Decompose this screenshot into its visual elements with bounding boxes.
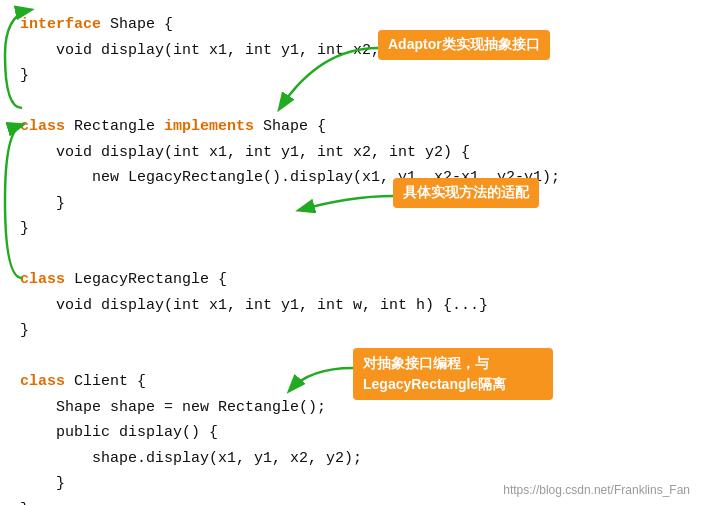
- code-line-15: shape.display(x1, y1, x2, y2);: [20, 446, 686, 472]
- code-text: Shape shape = new Rectangle();: [20, 399, 326, 416]
- code-text: void display(int x1, int y1, int w, int …: [20, 297, 488, 314]
- code-area: interface Shape { void display(int x1, i…: [0, 0, 706, 505]
- code-text: }: [20, 501, 29, 506]
- code-line-1: interface Shape {: [20, 12, 686, 38]
- code-line-5: void display(int x1, int y1, int x2, int…: [20, 140, 686, 166]
- annotation-client: 对抽象接口编程，与LegacyRectangle隔离: [353, 348, 553, 400]
- code-text: Rectangle: [65, 118, 164, 135]
- code-line-2: void display(int x1, int y1, int x2, int…: [20, 38, 686, 64]
- code-blank-1: [20, 89, 686, 115]
- keyword-interface: interface: [20, 16, 101, 33]
- code-text: shape.display(x1, y1, x2, y2);: [20, 450, 362, 467]
- code-text: }: [20, 67, 29, 84]
- code-blank-2: [20, 242, 686, 268]
- code-text: }: [20, 220, 29, 237]
- code-line-6: new LegacyRectangle().display(x1, y1, x2…: [20, 165, 686, 191]
- code-line-9: class LegacyRectangle {: [20, 267, 686, 293]
- code-text: LegacyRectangle {: [65, 271, 227, 288]
- code-line-4: class Rectangle implements Shape {: [20, 114, 686, 140]
- code-line-10: void display(int x1, int y1, int w, int …: [20, 293, 686, 319]
- code-text: Shape {: [101, 16, 173, 33]
- code-line-7: }: [20, 191, 686, 217]
- watermark: https://blog.csdn.net/Franklins_Fan: [503, 483, 690, 497]
- keyword-class-1: class: [20, 118, 65, 135]
- code-text: }: [20, 475, 65, 492]
- code-text: public display() {: [20, 424, 218, 441]
- code-text: Shape {: [254, 118, 326, 135]
- code-line-14: public display() {: [20, 420, 686, 446]
- code-text: void display(int x1, int y1, int x2, int…: [20, 144, 470, 161]
- code-line-3: }: [20, 63, 686, 89]
- code-line-11: }: [20, 318, 686, 344]
- code-text: Client {: [65, 373, 146, 390]
- keyword-class-2: class: [20, 271, 65, 288]
- code-text: }: [20, 322, 29, 339]
- annotation-adaptor: Adaptor类实现抽象接口: [378, 30, 550, 60]
- code-line-17: }: [20, 497, 686, 506]
- annotation-method: 具体实现方法的适配: [393, 178, 539, 208]
- keyword-class-3: class: [20, 373, 65, 390]
- code-text: }: [20, 195, 65, 212]
- keyword-implements: implements: [164, 118, 254, 135]
- code-line-8: }: [20, 216, 686, 242]
